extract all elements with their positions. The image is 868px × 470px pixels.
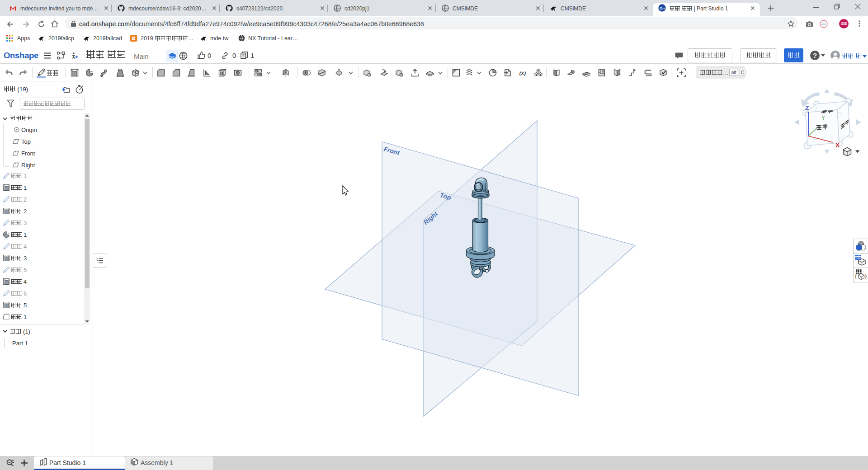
svg-text:{: { <box>855 273 857 279</box>
svg-text:Right: Right <box>21 162 35 169</box>
svg-text:X: X <box>835 141 840 149</box>
svg-text:}: } <box>865 273 867 279</box>
svg-text:Top: Top <box>21 138 31 145</box>
svg-text:On: On <box>660 6 665 10</box>
svg-text:Y: Y <box>821 115 825 121</box>
svg-text:Front: Front <box>21 150 35 157</box>
svg-text:Wham: Wham <box>821 24 826 26</box>
svg-text:Origin: Origin <box>21 127 37 133</box>
svg-text:Z: Z <box>805 104 809 112</box>
